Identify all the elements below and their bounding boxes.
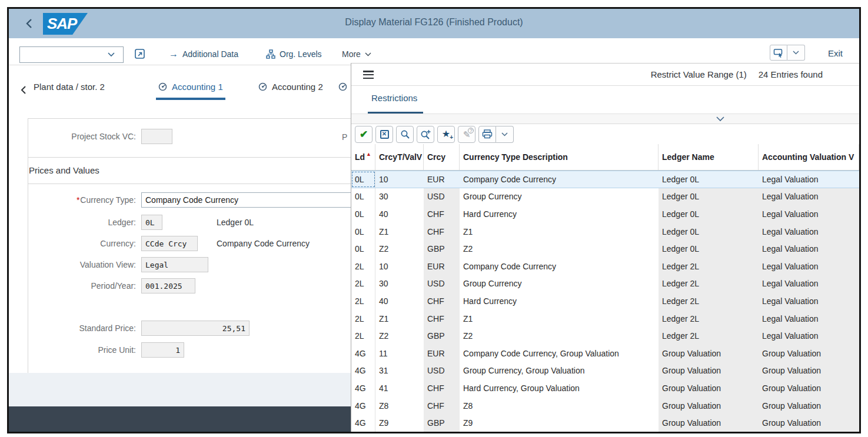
cell-description[interactable]: Z1 [460, 310, 659, 328]
cell-ld[interactable]: 2L [351, 327, 375, 345]
cell-accounting-valuation[interactable]: Legal Valuation [759, 258, 859, 275]
more-menu-button[interactable]: More [342, 46, 371, 62]
cell-crcyt-valv[interactable]: 10 [375, 258, 424, 275]
table-row[interactable]: 4G 31 USD Group Currency, Group Valuatio… [351, 362, 859, 380]
cell-accounting-valuation[interactable]: Legal Valuation [759, 310, 859, 328]
cell-crcy[interactable]: CHF [424, 223, 460, 241]
tab-plant-data-stor-2[interactable]: Plant data / stor. 2 [34, 82, 105, 100]
insert-favorites-button[interactable]: ★+ [437, 126, 455, 143]
table-row[interactable]: 4G Z8 CHF Z8 Group Valuation Group Valua… [351, 397, 859, 415]
cell-crcyt-valv[interactable]: 30 [375, 188, 424, 206]
cell-ledger-name[interactable]: Ledger 2L [659, 310, 759, 328]
gui-options-icon[interactable] [770, 45, 787, 61]
exit-button[interactable]: Exit [828, 48, 843, 58]
cell-ld[interactable]: 2L [351, 275, 375, 293]
additional-data-button[interactable]: → Additional Data [169, 46, 238, 62]
cell-description[interactable]: Z2 [460, 240, 659, 258]
goto-icon-button[interactable] [134, 46, 147, 62]
cell-ledger-name[interactable]: Ledger 2L [659, 327, 759, 345]
table-row[interactable]: 0L Z1 CHF Z1 Ledger 0L Legal Valuation [351, 223, 859, 241]
cell-accounting-valuation[interactable]: Legal Valuation [759, 240, 859, 258]
cell-ledger-name[interactable]: Ledger 0L [659, 240, 759, 258]
column-header-crcyt-valv[interactable]: CrcyT/ValV [375, 144, 424, 170]
cell-ld[interactable]: 2L [351, 310, 375, 328]
cell-ledger-name[interactable]: Ledger 0L [659, 205, 759, 223]
cell-ld[interactable]: 2L [351, 292, 375, 310]
cell-accounting-valuation[interactable]: Group Valuation [759, 414, 859, 432]
ledger-field[interactable]: 0L [141, 215, 162, 230]
cell-crcy[interactable]: USD [424, 188, 460, 206]
cell-crcyt-valv[interactable]: 40 [375, 205, 424, 223]
column-header-ledger-name[interactable]: Ledger Name [659, 144, 759, 170]
cell-accounting-valuation[interactable]: Legal Valuation [759, 223, 859, 241]
cell-accounting-valuation[interactable]: Legal Valuation [759, 171, 859, 188]
column-header-crcy[interactable]: Crcy [424, 144, 460, 170]
cell-crcyt-valv[interactable]: Z1 [375, 223, 424, 241]
cell-crcy[interactable]: CHF [424, 310, 460, 328]
cell-crcy[interactable]: USD [424, 362, 460, 380]
org-levels-button[interactable]: Org. Levels [266, 46, 322, 62]
cell-crcy[interactable]: GBP [424, 327, 460, 345]
cell-accounting-valuation[interactable]: Legal Valuation [759, 327, 859, 345]
accept-button[interactable]: ✔ [355, 126, 373, 143]
cell-crcy[interactable]: EUR [424, 258, 460, 275]
price-unit-field[interactable]: 1 [141, 342, 184, 358]
cell-description[interactable]: Company Code Currency [460, 258, 659, 275]
cell-accounting-valuation[interactable]: Group Valuation [759, 379, 859, 397]
help-settings-button[interactable]: ✎? [458, 126, 475, 143]
cell-description[interactable]: Group Currency, Group Valuation [460, 362, 659, 380]
cell-ledger-name[interactable]: Group Valuation [659, 414, 759, 432]
cell-description[interactable]: Group Currency [460, 188, 659, 206]
print-options-button[interactable] [496, 126, 514, 143]
cell-ld[interactable]: 0L [351, 223, 375, 241]
cell-ld[interactable]: 0L [351, 188, 375, 206]
cell-crcyt-valv[interactable]: Z1 [375, 310, 424, 328]
cell-crcy[interactable]: GBP [424, 240, 460, 258]
cell-description[interactable]: Hard Currency, Group Valuation [460, 379, 659, 397]
cell-accounting-valuation[interactable]: Legal Valuation [759, 275, 859, 293]
valuation-view-field[interactable]: Legal [141, 257, 208, 272]
find-next-button[interactable] [417, 126, 434, 143]
cell-ld[interactable]: 4G [351, 397, 375, 415]
cell-description[interactable]: Hard Currency [460, 292, 659, 310]
cell-description[interactable]: Company Code Currency [460, 171, 659, 188]
table-row[interactable]: 0L 40 CHF Hard Currency Ledger 0L Legal … [351, 205, 859, 223]
cell-ld[interactable]: 4G [351, 362, 375, 380]
cell-ledger-name[interactable]: Ledger 2L [659, 258, 759, 275]
cell-ledger-name[interactable]: Ledger 0L [659, 171, 759, 188]
cell-crcy[interactable]: CHF [424, 397, 460, 415]
cell-description[interactable]: Z9 [460, 414, 659, 432]
cell-ld[interactable]: 0L [351, 171, 375, 188]
find-button[interactable] [396, 126, 414, 143]
cell-ledger-name[interactable]: Group Valuation [659, 379, 759, 397]
tab-scroll-left-icon[interactable] [19, 85, 28, 95]
table-row[interactable]: 0L 30 USD Group Currency Ledger 0L Legal… [351, 188, 859, 206]
standard-price-field[interactable]: 25,51 [141, 321, 250, 336]
table-row[interactable]: 2L Z1 CHF Z1 Ledger 2L Legal Valuation [351, 310, 859, 328]
project-stock-field[interactable] [141, 129, 172, 144]
cell-accounting-valuation[interactable]: Legal Valuation [759, 188, 859, 206]
cell-description[interactable]: Z1 [460, 223, 659, 241]
cell-description[interactable]: Hard Currency [460, 205, 659, 223]
cell-crcyt-valv[interactable]: Z9 [375, 414, 424, 432]
table-row[interactable]: 2L Z2 GBP Z2 Ledger 2L Legal Valuation [351, 327, 859, 345]
cell-crcy[interactable]: EUR [424, 171, 460, 188]
cancel-button[interactable]: ✕ [375, 126, 393, 143]
collapse-panel-bar[interactable] [351, 114, 859, 124]
cell-ld[interactable]: 2L [351, 258, 375, 275]
cell-crcyt-valv[interactable]: Z8 [375, 397, 424, 415]
cell-ld[interactable]: 0L [351, 240, 375, 258]
cell-crcyt-valv[interactable]: 41 [375, 379, 424, 397]
column-header-ld[interactable]: Ld▲ [351, 144, 375, 170]
column-header-accounting-valuation[interactable]: Accounting Valuation V [759, 144, 859, 170]
cell-crcyt-valv[interactable]: 40 [375, 292, 424, 310]
cell-ld[interactable]: 4G [351, 379, 375, 397]
cell-crcy[interactable]: CHF [424, 292, 460, 310]
cell-ledger-name[interactable]: Ledger 2L [659, 292, 759, 310]
table-row[interactable]: 4G 11 EUR Company Code Currency, Group V… [351, 345, 859, 362]
cell-ledger-name[interactable]: Group Valuation [659, 397, 759, 415]
cell-description[interactable]: Z2 [460, 327, 659, 345]
tab-restrictions[interactable]: Restrictions [371, 93, 417, 103]
currency-field[interactable]: CCde Crcy [141, 236, 198, 251]
cell-crcyt-valv[interactable]: Z2 [375, 327, 424, 345]
